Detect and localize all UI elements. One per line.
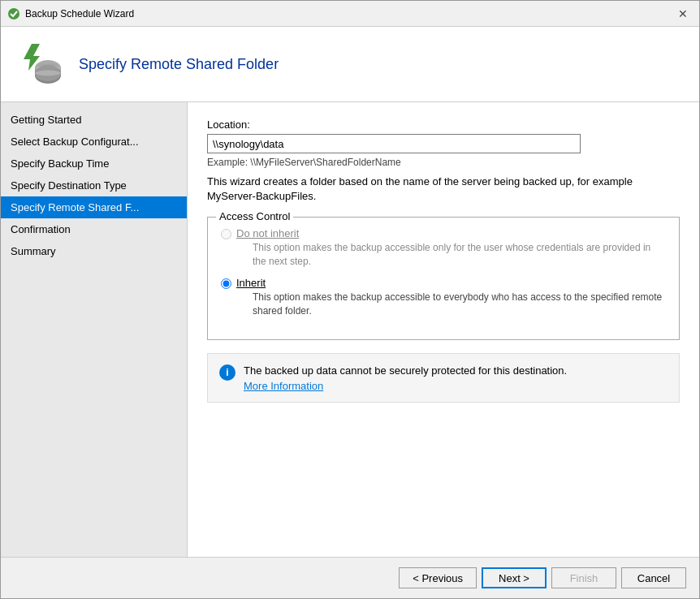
main-window: Backup Schedule Wizard ✕ Specify Remote … xyxy=(0,0,700,599)
info-box: i The backed up data cannot be securely … xyxy=(207,353,680,403)
radio-option-inherit: Inherit This option makes the backup acc… xyxy=(221,277,666,318)
radio-label-inherit: Inherit xyxy=(236,277,266,289)
content-area: Location: Example: \\MyFileServer\Shared… xyxy=(188,102,699,557)
svg-point-7 xyxy=(35,70,61,76)
cancel-button[interactable]: Cancel xyxy=(621,567,686,588)
sidebar-item-specify-remote[interactable]: Specify Remote Shared F... xyxy=(1,196,187,218)
finish-button: Finish xyxy=(551,567,616,588)
access-control-title: Access Control xyxy=(216,210,293,222)
page-title: Specify Remote Shared Folder xyxy=(79,56,279,73)
close-button[interactable]: ✕ xyxy=(673,4,693,24)
header-icon xyxy=(17,40,66,88)
more-information-link[interactable]: More Information xyxy=(244,380,567,392)
footer: < Previous Next > Finish Cancel xyxy=(1,557,699,598)
location-label: Location: xyxy=(207,119,680,131)
sidebar-item-specify-time[interactable]: Specify Backup Time xyxy=(1,153,187,175)
radio-description-do-not-inherit: This option makes the backup accessible … xyxy=(253,241,666,269)
info-content: The backed up data cannot be securely pr… xyxy=(244,364,567,392)
previous-button[interactable]: < Previous xyxy=(399,567,477,588)
svg-point-0 xyxy=(8,8,19,19)
page-header: Specify Remote Shared Folder xyxy=(1,27,699,102)
sidebar-item-select-backup[interactable]: Select Backup Configurat... xyxy=(1,131,187,153)
title-bar: Backup Schedule Wizard ✕ xyxy=(1,1,699,27)
radio-label-do-not-inherit: Do not inherit xyxy=(236,227,299,239)
radio-description-inherit: This option makes the backup accessible … xyxy=(253,291,666,318)
info-message: The backed up data cannot be securely pr… xyxy=(244,364,567,377)
sidebar-item-summary[interactable]: Summary xyxy=(1,240,187,262)
radio-inherit[interactable] xyxy=(221,278,231,289)
sidebar-item-getting-started[interactable]: Getting Started xyxy=(1,109,187,131)
radio-option-do-not-inherit: Do not inherit This option makes the bac… xyxy=(221,227,666,269)
description-text: This wizard creates a folder based on th… xyxy=(207,175,680,204)
location-input[interactable] xyxy=(207,134,581,153)
access-control-group: Access Control Do not inherit This optio… xyxy=(207,217,680,339)
example-text: Example: \\MyFileServer\SharedFolderName xyxy=(207,157,680,168)
next-button[interactable]: Next > xyxy=(482,567,547,588)
sidebar-item-specify-destination[interactable]: Specify Destination Type xyxy=(1,175,187,196)
title-bar-text: Backup Schedule Wizard xyxy=(25,8,673,19)
radio-do-not-inherit[interactable] xyxy=(221,229,231,239)
body: Getting Started Select Backup Configurat… xyxy=(1,102,699,557)
sidebar-item-confirmation[interactable]: Confirmation xyxy=(1,218,187,240)
sidebar: Getting Started Select Backup Configurat… xyxy=(1,102,188,557)
app-icon xyxy=(7,7,20,20)
info-icon: i xyxy=(219,364,235,381)
